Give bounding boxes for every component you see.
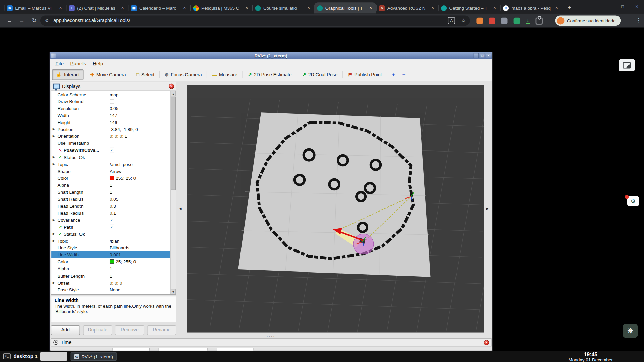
property-value[interactable]: 0; 0; 0; 1: [110, 134, 170, 139]
3d-viewport[interactable]: [187, 85, 484, 332]
property-row-status-ok[interactable]: ▶✓Status: Ok: [51, 230, 170, 237]
expand-arrow-icon[interactable]: ▶: [53, 155, 58, 159]
checkbox[interactable]: ✓: [110, 225, 114, 229]
property-row-color-scheme[interactable]: Color Schememap: [51, 91, 170, 98]
tool-2d-goal-pose[interactable]: ↗2D Goal Pose: [298, 69, 341, 80]
forward-icon[interactable]: →: [17, 16, 26, 24]
property-row-covariance[interactable]: ▶Covariance✓: [51, 216, 170, 223]
property-row-topic[interactable]: ▶Topic/amcl_pose: [51, 161, 170, 168]
tab-close-icon[interactable]: ✕: [120, 5, 125, 11]
profile-chip[interactable]: Confirme sua identidade: [555, 16, 621, 26]
time-panel-header[interactable]: Time ✕: [51, 338, 492, 346]
property-row-resolution[interactable]: Resolution0.05: [51, 105, 170, 112]
rviz-close-icon[interactable]: ✕: [486, 53, 491, 58]
property-value[interactable]: 0.3: [110, 203, 170, 208]
browser-tab-calend-rio-marc[interactable]: ▦Calendário – Marc✕: [128, 2, 190, 13]
tab-close-icon[interactable]: ✕: [430, 5, 435, 11]
property-value[interactable]: None: [110, 287, 170, 292]
time-panel-close-icon[interactable]: ✕: [484, 340, 489, 345]
tool-remove[interactable]: −: [399, 69, 409, 80]
checkbox[interactable]: [110, 99, 114, 103]
checkbox[interactable]: ✓: [110, 148, 114, 152]
close-icon[interactable]: ✕: [630, 0, 644, 13]
add-button[interactable]: Add: [51, 325, 80, 335]
tab-close-icon[interactable]: ✕: [244, 5, 249, 11]
browser-tab-m-os-a-obra-pesq[interactable]: Gmãos a obra - Pesq✕: [500, 2, 562, 13]
property-value[interactable]: 255; 25; 0: [110, 175, 170, 180]
property-row-buffer-length[interactable]: Buffer Length1: [51, 272, 170, 279]
extension-1-icon[interactable]: [476, 18, 483, 24]
download-icon[interactable]: ↓: [526, 18, 530, 24]
minimize-icon[interactable]: —: [601, 0, 615, 13]
property-value[interactable]: 0.1: [110, 210, 170, 216]
panel-collapse-left-icon[interactable]: ◀: [179, 207, 182, 210]
bookmark-star-icon[interactable]: ☆: [461, 16, 466, 26]
expand-arrow-icon[interactable]: ▶: [53, 239, 58, 243]
tab-close-icon[interactable]: ✕: [492, 5, 497, 11]
property-row-color[interactable]: Color255; 25; 0: [51, 174, 170, 181]
taskbar-rviz-button[interactable]: RV RViz* (1_xterm): [71, 352, 117, 361]
tab-close-icon[interactable]: ✕: [182, 5, 187, 11]
checkbox[interactable]: ✓: [110, 218, 114, 222]
panel-collapse-right-icon[interactable]: ▶: [486, 207, 489, 210]
tool-2d-pose-estimate[interactable]: ↗2D Pose Estimate: [244, 69, 295, 80]
translate-icon[interactable]: A: [448, 17, 455, 24]
browser-tab-getting-started-t[interactable]: Getting Started – T✕: [438, 2, 500, 13]
extension-3-icon[interactable]: [501, 18, 508, 24]
property-row-shape[interactable]: ShapeArrow: [51, 168, 170, 175]
property-row-draw-behind[interactable]: Draw Behind: [51, 98, 170, 105]
property-value[interactable]: 1: [110, 182, 170, 187]
property-row-shaft-length[interactable]: Shaft Length1: [51, 188, 170, 195]
address-bar[interactable]: ⚙ app.theconstruct.ai/GraphicalTools/ A …: [40, 16, 470, 26]
scroll-up-icon[interactable]: ▲: [171, 91, 176, 96]
browser-tab-graphical-tools-t[interactable]: Graphical Tools | T✕: [314, 2, 376, 13]
property-row-posewithcova[interactable]: ↖PoseWithCova...✓: [51, 146, 170, 154]
tool-move-camera[interactable]: ✚Move Camera: [87, 69, 130, 80]
site-settings-icon[interactable]: ⚙: [45, 16, 49, 26]
settings-gear-button[interactable]: ⚙: [627, 196, 639, 206]
property-row-width[interactable]: Width147: [51, 112, 170, 119]
property-row-status-ok[interactable]: ▶✓Status: Ok: [51, 154, 170, 161]
property-row-topic[interactable]: ▶Topic/plan: [51, 237, 170, 244]
new-tab-button[interactable]: +: [564, 2, 575, 13]
property-value[interactable]: map: [110, 92, 170, 97]
property-value[interactable]: -3.84; -1.89; 0: [110, 127, 170, 132]
terminal-icon[interactable]: >_: [3, 353, 11, 359]
extension-4-icon[interactable]: [514, 18, 520, 24]
property-row-path[interactable]: ↗Path✓: [51, 223, 170, 230]
construct-logo-button[interactable]: ❋: [623, 324, 638, 338]
property-row-color[interactable]: Color25; 255; 0: [51, 258, 170, 265]
present-screen-button[interactable]: [619, 59, 635, 71]
property-value[interactable]: [110, 141, 170, 145]
taskbar-window-preview[interactable]: [40, 352, 67, 361]
property-value[interactable]: ✓: [110, 225, 170, 229]
property-row-alpha[interactable]: Alpha1: [51, 181, 170, 188]
property-row-orientation[interactable]: ▶Orientation0; 0; 0; 1: [51, 133, 170, 140]
tool-publish-point[interactable]: ⚑Publish Point: [344, 69, 386, 80]
time-field[interactable]: [113, 348, 150, 351]
back-icon[interactable]: ←: [5, 16, 14, 24]
expand-arrow-icon[interactable]: ▶: [53, 218, 58, 222]
extension-2-icon[interactable]: [489, 18, 495, 24]
rviz-minimize-icon[interactable]: _: [474, 53, 479, 58]
menu-file[interactable]: File: [52, 60, 67, 67]
scroll-thumb[interactable]: [171, 97, 176, 190]
tab-close-icon[interactable]: ✕: [554, 5, 559, 11]
expand-arrow-icon[interactable]: ▶: [53, 162, 58, 166]
property-value[interactable]: 146: [110, 120, 170, 125]
property-value[interactable]: 0.05: [110, 196, 170, 201]
tool-interact[interactable]: ☝Interact: [52, 69, 84, 80]
checkbox[interactable]: [110, 141, 114, 145]
expand-arrow-icon[interactable]: ▶: [53, 134, 58, 138]
property-value[interactable]: /plan: [110, 238, 170, 243]
extensions-puzzle-icon[interactable]: [536, 17, 543, 24]
property-value[interactable]: 1: [110, 189, 170, 194]
rviz-titlebar[interactable]: RViz* (1_xterm) _ □ ✕: [50, 52, 492, 59]
property-row-head-radius[interactable]: Head Radius0.1: [51, 209, 170, 216]
property-value[interactable]: 147: [110, 113, 170, 118]
tab-close-icon[interactable]: ✕: [306, 5, 311, 11]
property-row-offset[interactable]: ▶Offset0; 0; 0: [51, 279, 170, 286]
browser-tab-2-chat-miqueias[interactable]: T(2) Chat | Miqueias✕: [66, 2, 128, 13]
tab-close-icon[interactable]: ✕: [368, 5, 373, 11]
expand-arrow-icon[interactable]: ▶: [53, 232, 58, 236]
